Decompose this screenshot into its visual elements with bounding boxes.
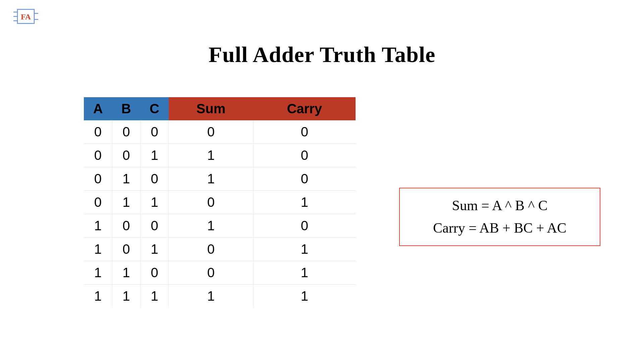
cell-a: 1 (84, 214, 112, 238)
cell-c: 1 (140, 238, 168, 261)
logo-icon: FA (13, 7, 39, 26)
page-title: Full Adder Truth Table (0, 42, 644, 67)
cell-sum: 0 (169, 238, 254, 261)
table-row: 01010 (84, 167, 356, 191)
cell-sum: 1 (169, 167, 254, 191)
cell-c: 1 (140, 285, 168, 308)
cell-sum: 1 (169, 144, 254, 167)
cell-b: 0 (112, 120, 140, 144)
table-row: 00000 (84, 120, 356, 144)
cell-sum: 1 (169, 214, 254, 238)
header-c: C (140, 97, 168, 120)
cell-a: 0 (84, 144, 112, 167)
cell-b: 1 (112, 191, 140, 214)
cell-c: 1 (140, 191, 168, 214)
cell-a: 0 (84, 167, 112, 191)
header-b: B (112, 97, 140, 120)
cell-carry: 1 (253, 261, 356, 285)
cell-b: 1 (112, 167, 140, 191)
cell-b: 0 (112, 214, 140, 238)
cell-c: 0 (140, 120, 168, 144)
cell-carry: 0 (253, 167, 356, 191)
header-a: A (84, 97, 112, 120)
cell-carry: 0 (253, 214, 356, 238)
cell-b: 1 (112, 261, 140, 285)
header-carry: Carry (253, 97, 356, 120)
cell-carry: 1 (253, 191, 356, 214)
cell-sum: 1 (169, 285, 254, 308)
formula-carry: Carry = AB + BC + AC (403, 217, 596, 239)
cell-a: 0 (84, 191, 112, 214)
table-row: 11001 (84, 261, 356, 285)
cell-a: 1 (84, 285, 112, 308)
table-row: 01101 (84, 191, 356, 214)
formula-sum: Sum = A ^ B ^ C (403, 194, 596, 217)
cell-carry: 1 (253, 238, 356, 261)
table-header-row: A B C Sum Carry (84, 97, 356, 120)
cell-carry: 1 (253, 285, 356, 308)
cell-b: 0 (112, 238, 140, 261)
table-row: 11111 (84, 285, 356, 308)
cell-b: 1 (112, 285, 140, 308)
svg-text:FA: FA (21, 12, 31, 21)
cell-b: 0 (112, 144, 140, 167)
cell-c: 0 (140, 214, 168, 238)
cell-sum: 0 (169, 120, 254, 144)
cell-carry: 0 (253, 120, 356, 144)
cell-a: 0 (84, 120, 112, 144)
cell-a: 1 (84, 261, 112, 285)
cell-c: 1 (140, 144, 168, 167)
cell-c: 0 (140, 261, 168, 285)
cell-a: 1 (84, 238, 112, 261)
table-row: 00110 (84, 144, 356, 167)
cell-sum: 0 (169, 191, 254, 214)
header-sum: Sum (169, 97, 254, 120)
formula-box: Sum = A ^ B ^ C Carry = AB + BC + AC (399, 188, 600, 246)
truth-table: A B C Sum Carry 000000011001010011011001… (84, 97, 356, 308)
table-row: 10010 (84, 214, 356, 238)
cell-sum: 0 (169, 261, 254, 285)
table-row: 10101 (84, 238, 356, 261)
cell-c: 0 (140, 167, 168, 191)
cell-carry: 0 (253, 144, 356, 167)
